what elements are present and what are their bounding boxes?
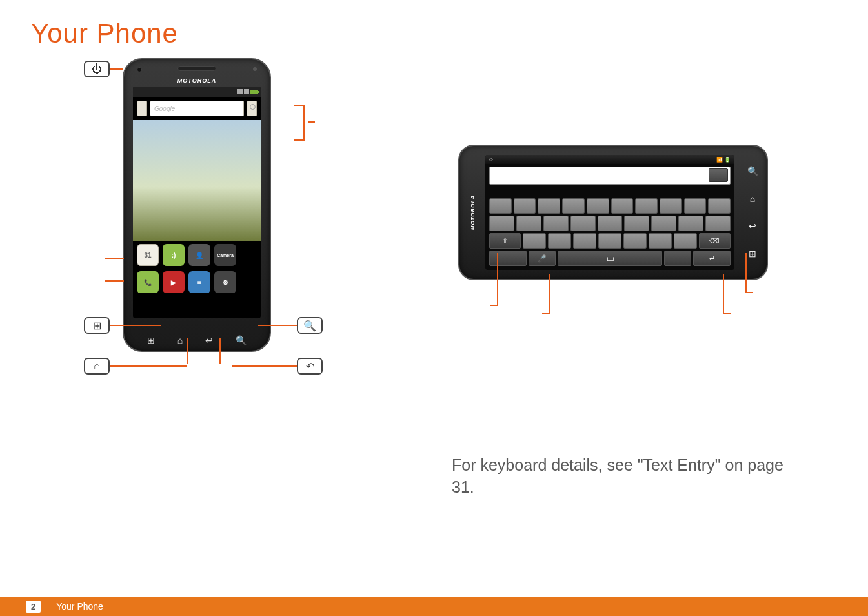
leader-line bbox=[542, 313, 550, 314]
signal-icon bbox=[237, 89, 243, 94]
key[interactable] bbox=[489, 216, 514, 231]
key[interactable] bbox=[684, 198, 707, 214]
status-left-icon: ⟳ bbox=[489, 157, 494, 163]
home-side-key-icon[interactable]: ⌂ bbox=[750, 194, 755, 204]
key[interactable] bbox=[649, 233, 672, 249]
callout-back: ↶ bbox=[232, 358, 323, 375]
enter-key[interactable]: ↵ bbox=[693, 251, 731, 266]
key[interactable] bbox=[514, 198, 536, 214]
phone-front-figure: MOTOROLA Google 31 :) 👤 Camera bbox=[84, 54, 310, 390]
front-camera-lens bbox=[137, 67, 142, 72]
key[interactable] bbox=[598, 216, 623, 231]
search-side-key-icon[interactable]: 🔍 bbox=[747, 166, 758, 176]
key[interactable] bbox=[573, 233, 596, 249]
apps-side-key-icon[interactable]: ⊞ bbox=[749, 249, 756, 259]
leader-line bbox=[110, 365, 187, 367]
key[interactable] bbox=[635, 198, 658, 214]
search-provider-icon bbox=[137, 101, 147, 116]
key[interactable] bbox=[708, 198, 731, 214]
onscreen-keyboard: ⇧ ⌫ 🎤 ⌴ ↵ bbox=[489, 196, 731, 266]
search-widget: Google bbox=[133, 97, 261, 120]
footer-section-label: Your Phone bbox=[56, 601, 103, 611]
camera-app-icon[interactable]: Camera bbox=[214, 244, 236, 266]
apps-box-icon: ⊞ bbox=[84, 317, 110, 334]
page-number: 2 bbox=[26, 601, 41, 613]
callout-apps: ⊞ bbox=[84, 317, 161, 334]
leader-line bbox=[110, 68, 123, 70]
key[interactable] bbox=[516, 216, 541, 231]
sym-key[interactable] bbox=[489, 251, 527, 266]
home-wallpaper bbox=[133, 120, 261, 241]
leader-line bbox=[723, 274, 724, 313]
callout-volume bbox=[294, 105, 310, 141]
phone-landscape-body: MOTOROLA ⟳ 📶 🔋 bbox=[458, 145, 768, 280]
leader-line bbox=[258, 325, 297, 326]
messaging-app-icon[interactable]: :) bbox=[163, 244, 185, 266]
leader-line bbox=[187, 338, 188, 364]
leader-line bbox=[490, 305, 498, 306]
spacebar-key[interactable]: ⌴ bbox=[558, 251, 662, 266]
search-key-icon[interactable]: 🔍 bbox=[236, 335, 247, 345]
key[interactable] bbox=[674, 233, 697, 249]
key[interactable] bbox=[624, 216, 649, 231]
voice-key[interactable]: 🎤 bbox=[529, 251, 556, 266]
key-row-4: 🎤 ⌴ ↵ bbox=[489, 251, 731, 266]
list-app-icon[interactable]: ≡ bbox=[188, 271, 210, 293]
phone-left-bezel: MOTOROLA bbox=[459, 146, 485, 279]
apps-key-icon[interactable]: ⊞ bbox=[147, 335, 155, 345]
key[interactable] bbox=[538, 198, 560, 214]
text-entry-screen: ⟳ 📶 🔋 bbox=[485, 155, 734, 270]
key[interactable] bbox=[587, 198, 609, 214]
phone-app-icon[interactable]: 📞 bbox=[137, 271, 159, 293]
key[interactable] bbox=[611, 198, 634, 214]
leader-line bbox=[105, 258, 124, 259]
status-right-icons: 📶 🔋 bbox=[716, 157, 731, 163]
key[interactable] bbox=[660, 198, 682, 214]
market-app-icon[interactable]: ▶ bbox=[163, 271, 185, 293]
key[interactable] bbox=[705, 216, 731, 231]
key-row-1 bbox=[489, 198, 731, 214]
backspace-key[interactable]: ⌫ bbox=[699, 233, 731, 249]
back-key-icon[interactable]: ↩ bbox=[205, 335, 213, 345]
home-screen: Google 31 :) 👤 Camera 📞 ▶ ≡ ⚙ bbox=[133, 87, 261, 318]
go-button[interactable] bbox=[709, 168, 728, 182]
leader-line bbox=[745, 292, 753, 293]
key-row-2 bbox=[489, 216, 731, 231]
leader-line bbox=[723, 313, 731, 314]
text-input-field[interactable] bbox=[489, 167, 731, 185]
search-box[interactable]: Google bbox=[150, 101, 244, 116]
key[interactable] bbox=[562, 198, 585, 214]
settings-app-icon[interactable]: ⚙ bbox=[214, 271, 236, 293]
key[interactable] bbox=[598, 233, 621, 249]
leader-line bbox=[549, 274, 550, 313]
key[interactable] bbox=[570, 216, 596, 231]
app-row-2: 📞 ▶ ≡ ⚙ bbox=[133, 269, 261, 296]
key[interactable] bbox=[489, 198, 512, 214]
key[interactable] bbox=[548, 233, 571, 249]
brand-label: MOTOROLA bbox=[124, 77, 270, 84]
shift-key[interactable]: ⇧ bbox=[489, 233, 521, 249]
calendar-app-icon[interactable]: 31 bbox=[137, 244, 159, 266]
back-box-icon: ↶ bbox=[297, 358, 323, 375]
leader-line bbox=[232, 365, 297, 367]
back-side-key-icon[interactable]: ↩ bbox=[749, 221, 756, 231]
home-box-icon: ⌂ bbox=[84, 358, 110, 375]
status-bar: ⟳ 📶 🔋 bbox=[485, 155, 734, 164]
period-key[interactable] bbox=[664, 251, 691, 266]
phone-body: MOTOROLA Google 31 :) 👤 Camera bbox=[123, 58, 271, 352]
leader-line bbox=[219, 338, 221, 364]
hardware-nav-row: ⊞ ⌂ ↩ 🔍 bbox=[124, 335, 270, 345]
key[interactable] bbox=[678, 216, 703, 231]
contacts-app-icon[interactable]: 👤 bbox=[188, 244, 210, 266]
key[interactable] bbox=[651, 216, 676, 231]
proximity-sensor bbox=[253, 67, 257, 71]
key[interactable] bbox=[543, 216, 569, 231]
key[interactable] bbox=[523, 233, 546, 249]
hardware-side-keys: 🔍 ⌂ ↩ ⊞ bbox=[738, 146, 767, 279]
network-icon bbox=[244, 89, 249, 94]
callout-search: 🔍 bbox=[258, 317, 323, 334]
key[interactable] bbox=[623, 233, 647, 249]
leader-line bbox=[110, 325, 161, 326]
home-key-icon[interactable]: ⌂ bbox=[177, 335, 183, 345]
leader-line bbox=[105, 280, 124, 282]
